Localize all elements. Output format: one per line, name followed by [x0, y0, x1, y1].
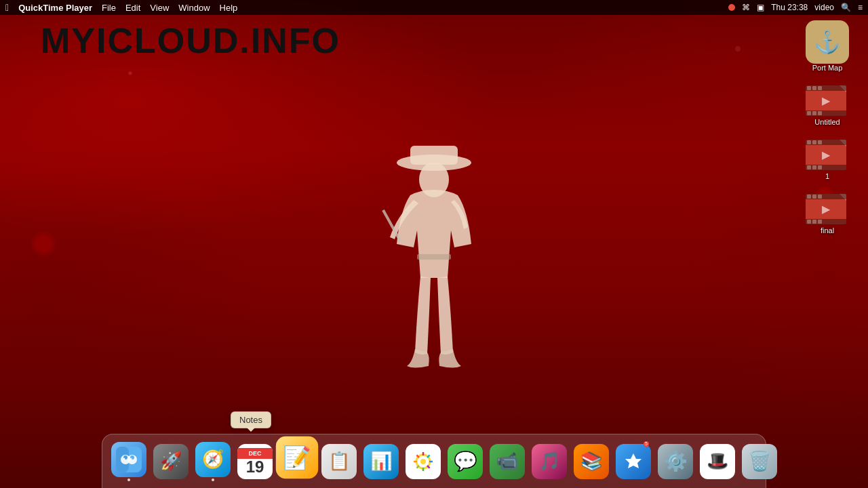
desktop-icon-port-map[interactable]: ⚓ Port Map — [800, 20, 854, 72]
cowboy-silhouette — [359, 122, 509, 393]
watermark: MYICLOUD.INFO — [41, 20, 340, 61]
svg-point-12 — [130, 458, 132, 460]
menu-edit[interactable]: Edit — [125, 3, 140, 13]
desktop-icon-1[interactable]: ▶ 1 — [800, 140, 854, 180]
dock-item-messages[interactable]: 💬 — [446, 441, 485, 482]
svg-point-0 — [397, 155, 471, 171]
dock-item-appstore[interactable]: 5 — [614, 441, 653, 482]
dock-item-books[interactable]: 📚 — [572, 441, 611, 482]
menu-view[interactable]: View — [150, 3, 169, 13]
safari-icon: 🧭 — [195, 442, 231, 477]
dock: 🚀 🧭 DEC 19 📝 📋 — [102, 434, 766, 488]
photos-icon-img — [406, 444, 441, 479]
list-icon[interactable]: ≡ — [858, 3, 863, 12]
menubar-right: ⌘ ▣ Thu 23:38 video 🔍 ≡ — [728, 3, 863, 12]
port-map-label: Port Map — [812, 64, 843, 72]
search-icon[interactable]: 🔍 — [841, 3, 851, 12]
desktop-icon-final[interactable]: ▶ final — [800, 194, 854, 235]
menu-items: File Edit View Window Help — [102, 3, 237, 13]
safari-dot — [212, 479, 214, 481]
calendar-icon-img: DEC 19 — [237, 444, 273, 479]
final-icon-img: ▶ — [806, 194, 849, 226]
dock-item-itunes[interactable]: 🎵 — [530, 441, 569, 482]
time-display: Thu 23:38 — [771, 3, 808, 12]
dock-item-keynote[interactable]: 📊 — [361, 441, 401, 482]
trash-icon-img: 🗑️ — [742, 444, 777, 479]
record-indicator — [728, 4, 735, 11]
dock-item-stickies[interactable]: 📋 — [319, 441, 359, 482]
app-name[interactable]: QuickTime Player — [18, 3, 92, 13]
icon-1-img: ▶ — [806, 140, 849, 172]
desktop-icon-untitled[interactable]: ▶ Untitled — [800, 85, 854, 126]
notes-icon-img: 📝 — [276, 436, 318, 478]
books-icon-img: 📚 — [574, 444, 609, 479]
facetime-icon-img: 📹 — [490, 444, 525, 479]
messages-icon-img: 💬 — [448, 444, 483, 479]
untitled-label: Untitled — [814, 118, 840, 126]
svg-point-15 — [420, 459, 426, 464]
dock-item-launchpad[interactable]: 🚀 — [151, 441, 191, 482]
port-map-icon-img: ⚓ — [806, 20, 849, 64]
itunes-icon-img: 🎵 — [532, 444, 567, 479]
appstore-dot: 5 — [644, 441, 649, 447]
svg-point-11 — [123, 458, 125, 460]
svg-point-2 — [419, 162, 449, 197]
finder-dot — [127, 479, 130, 481]
desktop:  QuickTime Player File Edit View Window… — [0, 0, 868, 488]
menubar:  QuickTime Player File Edit View Window… — [0, 0, 868, 15]
bg-gradient — [0, 0, 868, 488]
notes-tooltip: Notes — [231, 411, 271, 428]
dock-item-notes[interactable]: 📝 — [273, 433, 321, 482]
desktop-icons: ⚓ Port Map ▶ — [800, 20, 854, 235]
dock-item-facetime[interactable]: 📹 — [488, 441, 527, 482]
dock-item-alfred[interactable]: 🎩 — [698, 441, 737, 482]
untitled-icon-img: ▶ — [806, 85, 849, 118]
wifi-icon: ⌘ — [742, 3, 750, 12]
dock-item-calendar[interactable]: DEC 19 — [235, 441, 275, 482]
dock-item-safari[interactable]: 🧭 — [193, 439, 233, 484]
finder-icon — [111, 442, 146, 477]
keynote-icon-img: 📊 — [363, 444, 399, 479]
dock-item-trash[interactable]: 🗑️ — [740, 441, 779, 482]
stickies-icon: 📋 — [321, 444, 357, 479]
apple-logo[interactable]:  — [5, 2, 9, 13]
launchpad-icon: 🚀 — [153, 444, 189, 479]
video-label: video — [814, 3, 834, 12]
appstore-icon-img — [616, 444, 651, 479]
dock-item-finder[interactable] — [109, 439, 149, 484]
icon-1-label: 1 — [825, 172, 829, 180]
dock-item-photos[interactable] — [403, 441, 443, 482]
final-label: final — [821, 226, 834, 235]
menu-help[interactable]: Help — [220, 3, 238, 13]
svg-rect-1 — [410, 146, 458, 165]
svg-rect-4 — [417, 254, 451, 260]
menu-file[interactable]: File — [102, 3, 116, 13]
system-prefs-icon-img: ⚙️ — [658, 444, 693, 479]
battery-icon: ▣ — [757, 3, 764, 12]
menu-window[interactable]: Window — [178, 3, 210, 13]
alfred-icon-img: 🎩 — [700, 444, 735, 479]
dock-item-system-prefs[interactable]: ⚙️ — [656, 441, 695, 482]
svg-line-3 — [383, 210, 400, 241]
